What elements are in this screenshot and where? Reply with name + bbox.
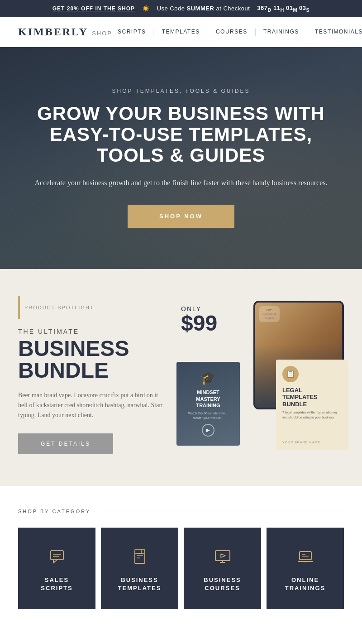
emoji-icon: ☀️ (142, 5, 150, 12)
logo-area: KIMBERLY SHOP (18, 26, 112, 38)
svg-rect-8 (141, 550, 145, 553)
legal-card: 📋 LEGAL TEMPLATES BUNDLE 7 legal templat… (276, 360, 348, 450)
nav-divider-3: | (255, 28, 256, 36)
nav-trainings[interactable]: TRAININGS (258, 27, 305, 37)
countdown: 367D 11H 01M 03S (257, 5, 310, 13)
category-label-sales-scripts: SALESSCRIPTS (41, 576, 72, 592)
hero-description: Accelerate your business growth and get … (27, 177, 335, 189)
screen-play-icon (214, 548, 231, 567)
hero-content: SHOP TEMPLATES, TOOLS & GUIDES GROW YOUR… (0, 88, 362, 228)
spotlight-right: ONLY $99 100+Courses &Secrets (172, 296, 344, 450)
nav-courses[interactable]: COURSES (210, 27, 253, 37)
countdown-minutes: 01 (286, 5, 293, 11)
category-header: SHOP BY CATEGORY (18, 509, 344, 514)
countdown-seconds: 03 (299, 5, 306, 11)
play-icon[interactable]: ▶ (202, 424, 214, 437)
document-icon (132, 548, 148, 567)
category-divider (100, 511, 344, 511)
category-grid: SALESSCRIPTS BUSINESSTEMPLATES (18, 528, 344, 609)
hero-section: SHOP TEMPLATES, TOOLS & GUIDES GROW YOUR… (0, 47, 362, 269)
shop-now-button[interactable]: SHOP NOW (128, 205, 234, 228)
category-card-sales-scripts[interactable]: SALESSCRIPTS (18, 528, 95, 609)
svg-rect-9 (215, 551, 230, 561)
spotlight-tag: PRODUCT SPOTLIGHT (18, 296, 163, 319)
spotlight-tag-bar (18, 296, 20, 319)
category-card-business-courses[interactable]: BUSINESSCOURSES (184, 528, 261, 609)
mindset-subtitle: Watch this 30-minute traini...master you… (188, 411, 228, 420)
category-label-business-templates: BUSINESSTEMPLATES (118, 576, 162, 592)
svg-marker-12 (221, 554, 225, 557)
spotlight-description: Beer man braid vape. Locavore crucifix p… (18, 390, 163, 421)
main-nav: SCRIPTS | TEMPLATES | COURSES | TRAINING… (112, 25, 362, 38)
svg-rect-3 (135, 550, 145, 563)
hero-title: GROW YOUR BUSINESS WITH EASY-TO-USE TEMP… (27, 103, 335, 166)
use-code-text: Use Code SUMMER at Checkout (157, 5, 250, 12)
nav-scripts[interactable]: SCRIPTS (112, 27, 152, 37)
spotlight-title: BUSINESS BUNDLE (18, 338, 163, 381)
spotlight-tag-text: PRODUCT SPOTLIGHT (24, 305, 94, 310)
brand-name: KIMBERLY (18, 26, 88, 38)
countdown-hours: 11 (273, 5, 280, 11)
bundle-mockup: 100+Courses &Secrets 🎓 MINDSETMASTERY (176, 296, 348, 450)
nav-divider-1: | (153, 28, 155, 36)
spotlight-inner: PRODUCT SPOTLIGHT THE ULTIMATE BUSINESS … (18, 296, 344, 454)
product-spotlight-section: PRODUCT SPOTLIGHT THE ULTIMATE BUSINESS … (0, 269, 362, 486)
category-card-online-trainings[interactable]: ONLINETRAININGS (267, 528, 344, 609)
category-title: SHOP BY CATEGORY (18, 509, 90, 514)
top-banner: GET 20% OFF IN THE SHOP ☀️ Use Code SUMM… (0, 0, 362, 17)
countdown-days: 367 (257, 5, 267, 11)
category-label-online-trainings: ONLINETRAININGS (285, 576, 326, 592)
category-label-business-courses: BUSINESSCOURSES (204, 576, 241, 592)
shop-by-category-section: SHOP BY CATEGORY SALESSCRIPTS (0, 486, 362, 609)
spotlight-left: PRODUCT SPOTLIGHT THE ULTIMATE BUSINESS … (18, 296, 163, 454)
site-header: KIMBERLY SHOP SCRIPTS | TEMPLATES | COUR… (0, 17, 362, 47)
brand-shop: SHOP (92, 30, 112, 37)
hero-subtitle: SHOP TEMPLATES, TOOLS & GUIDES (27, 88, 335, 94)
svg-rect-0 (51, 551, 63, 560)
legal-brand: YOUR BRAND NAME (282, 441, 320, 444)
mindset-card: 🎓 MINDSETMASTERYTRAINING Watch this 30-m… (176, 362, 240, 446)
legal-icon: 📋 (282, 366, 299, 382)
mindset-icon: 🎓 (200, 370, 216, 385)
code-name: SUMMER (187, 5, 214, 12)
promo-link[interactable]: GET 20% OFF IN THE SHOP (52, 5, 135, 12)
category-card-business-templates[interactable]: BUSINESSTEMPLATES (101, 528, 178, 609)
laptop-icon (297, 548, 314, 567)
legal-title: LEGAL TEMPLATES BUNDLE (282, 387, 318, 408)
get-details-button[interactable]: GET DETAILS (18, 433, 113, 454)
speech-bubble-icon (49, 548, 65, 567)
mindset-title: MINDSETMASTERYTRAINING (196, 389, 220, 409)
nav-templates[interactable]: TEMPLATES (157, 27, 205, 37)
nav-testimonials[interactable]: TESTIMONIALS (310, 27, 362, 37)
spotlight-subtitle: THE ULTIMATE (18, 328, 163, 335)
nav-divider-4: | (306, 28, 308, 36)
legal-description: 7 legal templates written by an attorney… (282, 410, 342, 420)
nav-divider-2: | (207, 28, 209, 36)
svg-rect-7 (135, 550, 141, 553)
svg-rect-13 (300, 552, 311, 560)
